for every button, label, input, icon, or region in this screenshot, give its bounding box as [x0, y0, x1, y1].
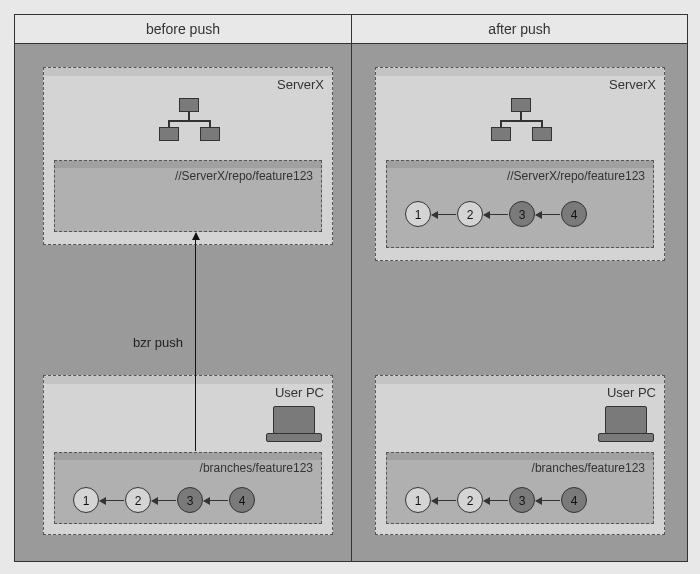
column-divider [351, 15, 352, 561]
panel-title-client: User PC [275, 385, 324, 400]
commit-node: 3 [177, 487, 203, 513]
panel-server-after: ServerX //ServerX/repo/feature123 1 2 3 … [375, 67, 665, 261]
commit-arrow [536, 500, 560, 501]
panel-strip [44, 376, 332, 384]
branch-path-server: //ServerX/repo/feature123 [507, 169, 645, 183]
branch-path-client: /branches/feature123 [200, 461, 313, 475]
panel-strip [387, 453, 653, 460]
commit-node: 2 [457, 201, 483, 227]
commit-node: 4 [561, 487, 587, 513]
panel-strip [55, 453, 321, 460]
commit-arrow [536, 214, 560, 215]
push-command-label: bzr push [133, 335, 183, 350]
panel-client-before: User PC /branches/feature123 1 2 3 4 [43, 375, 333, 535]
push-arrow [195, 233, 196, 451]
branch-server-after: //ServerX/repo/feature123 1 2 3 4 [386, 160, 654, 248]
panel-title-server: ServerX [609, 77, 656, 92]
commit-arrow [432, 214, 456, 215]
panel-title-client: User PC [607, 385, 656, 400]
col-after: after push [352, 15, 687, 43]
branch-client-before: /branches/feature123 1 2 3 4 [54, 452, 322, 524]
branch-path-server: //ServerX/repo/feature123 [175, 169, 313, 183]
commit-node: 3 [509, 487, 535, 513]
server-network-icon [494, 98, 548, 144]
commit-node: 2 [457, 487, 483, 513]
panel-strip [55, 161, 321, 168]
panel-strip [387, 161, 653, 168]
commit-node: 4 [229, 487, 255, 513]
commit-arrow [484, 500, 508, 501]
panel-client-after: User PC /branches/feature123 1 2 3 4 [375, 375, 665, 535]
panel-title-server: ServerX [277, 77, 324, 92]
commit-node: 1 [405, 201, 431, 227]
commit-arrow [432, 500, 456, 501]
branch-server-before: //ServerX/repo/feature123 [54, 160, 322, 232]
server-network-icon [162, 98, 216, 144]
panel-server-before: ServerX //ServerX/repo/feature123 [43, 67, 333, 245]
commit-node: 1 [405, 487, 431, 513]
panel-strip [44, 68, 332, 76]
commit-arrow [100, 500, 124, 501]
branch-client-after: /branches/feature123 1 2 3 4 [386, 452, 654, 524]
col-before: before push [15, 15, 351, 43]
commit-node: 1 [73, 487, 99, 513]
diagram-frame: before push after push ServerX //ServerX… [14, 14, 688, 562]
commit-node: 2 [125, 487, 151, 513]
commit-node: 3 [509, 201, 535, 227]
commit-arrow [204, 500, 228, 501]
commit-arrow [484, 214, 508, 215]
commit-arrow [152, 500, 176, 501]
commit-node: 4 [561, 201, 587, 227]
panel-strip [376, 376, 664, 384]
branch-path-client: /branches/feature123 [532, 461, 645, 475]
panel-strip [376, 68, 664, 76]
